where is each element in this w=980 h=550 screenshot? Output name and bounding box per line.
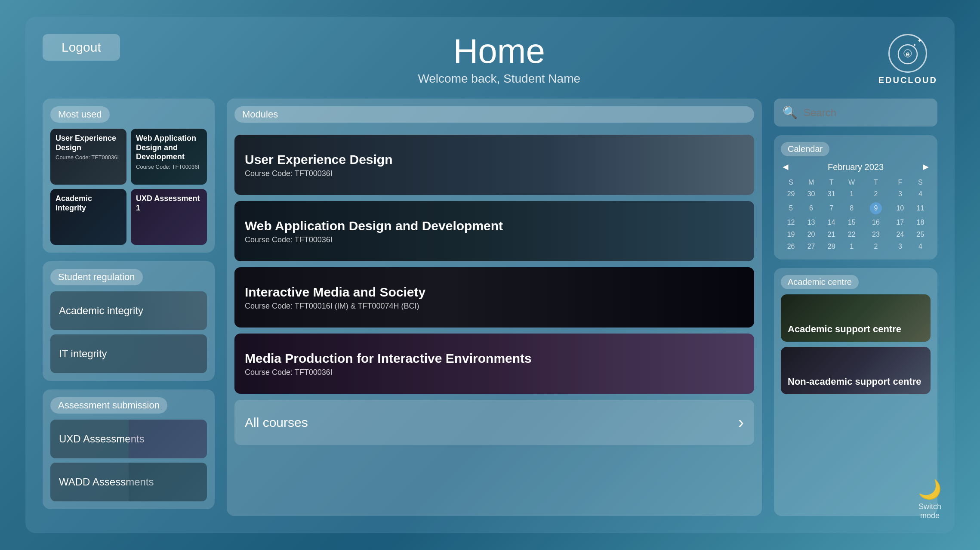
logo-icon: e ✦: [888, 34, 927, 73]
support-card-overlay: Academic support centre: [781, 294, 931, 342]
right-column: 🔍 Calendar ◄ February 2023 ► S M T: [774, 99, 937, 516]
search-input[interactable]: [804, 107, 929, 119]
calendar-day[interactable]: 23: [862, 229, 890, 241]
regulation-item-it[interactable]: IT integrity: [50, 334, 207, 373]
module-code: Course Code: TFT00016I (IM) & TFT00074H …: [245, 302, 744, 311]
calendar-day[interactable]: 6: [801, 200, 821, 216]
module-card-wadd[interactable]: Web Application Design and Development C…: [234, 201, 754, 261]
calendar-day[interactable]: 11: [910, 200, 931, 216]
module-overlay: Web Application Design and Development C…: [234, 201, 754, 261]
calendar-day[interactable]: 30: [801, 188, 821, 200]
calendar-day[interactable]: 3: [890, 188, 910, 200]
calendar-day[interactable]: 4: [910, 241, 931, 253]
regulation-item-academic[interactable]: Academic integrity: [50, 291, 207, 330]
calendar-day[interactable]: 26: [781, 241, 801, 253]
calendar-day[interactable]: 12: [781, 216, 801, 229]
item-bg: [129, 334, 207, 373]
most-used-card-uxd-assess[interactable]: UXD Assessment 1: [131, 189, 207, 245]
calendar-day[interactable]: 3: [890, 241, 910, 253]
calendar-day[interactable]: 1: [841, 188, 862, 200]
calendar-day[interactable]: 2: [862, 188, 890, 200]
most-used-card-wadd[interactable]: Web Application Design and Development C…: [131, 129, 207, 185]
support-cards: Academic support centre Non-academic sup…: [781, 294, 931, 394]
card-overlay: UXD Assessment 1: [131, 189, 207, 245]
calendar-month: February 2023: [828, 162, 884, 172]
calendar-day[interactable]: 2: [862, 241, 890, 253]
calendar-day[interactable]: 13: [801, 216, 821, 229]
calendar-next-button[interactable]: ►: [921, 161, 931, 173]
calendar-day[interactable]: 21: [821, 229, 841, 241]
logo-area: e ✦ EDUCLOUD: [878, 34, 937, 85]
calendar-day[interactable]: 24: [890, 229, 910, 241]
calendar-day[interactable]: 16: [862, 216, 890, 229]
academic-centre-label: Academic centre: [781, 275, 859, 289]
calendar-day[interactable]: 10: [890, 200, 910, 216]
support-card-title: Academic support centre: [788, 324, 901, 335]
calendar-day[interactable]: 25: [910, 229, 931, 241]
assessment-submission-label: Assessment submission: [50, 397, 167, 414]
calendar-day[interactable]: 7: [821, 200, 841, 216]
academic-centre-box: Academic centre Academic support centre …: [774, 268, 937, 516]
support-card-academic[interactable]: Academic support centre: [781, 294, 931, 342]
card-overlay: User Experience Design Course Code: TFT0…: [50, 129, 126, 185]
header: Logout Home Welcome back, Student Name e…: [43, 34, 937, 86]
module-code: Course Code: TFT00036I: [245, 235, 744, 244]
calendar-day[interactable]: 29: [781, 188, 801, 200]
module-code: Course Code: TFT00036I: [245, 169, 744, 178]
calendar-day[interactable]: 28: [821, 241, 841, 253]
card-overlay: Academic integrity: [50, 189, 126, 245]
card-code: Course Code: TFT00036I: [55, 154, 121, 161]
calendar-day[interactable]: 15: [841, 216, 862, 229]
middle-column: Modules User Experience Design Course Co…: [227, 99, 762, 516]
most-used-card-academic[interactable]: Academic integrity: [50, 189, 126, 245]
module-card-mpe[interactable]: Media Production for Interactive Environ…: [234, 334, 754, 394]
support-card-nonacademic[interactable]: Non-academic support centre: [781, 347, 931, 394]
logout-button[interactable]: Logout: [43, 34, 120, 61]
left-sidebar: Most used User Experience Design Course …: [43, 99, 215, 516]
calendar-day[interactable]: 18: [910, 216, 931, 229]
most-used-card-uxd[interactable]: User Experience Design Course Code: TFT0…: [50, 129, 126, 185]
module-card-ims[interactable]: Interactive Media and Society Course Cod…: [234, 267, 754, 328]
switch-mode-label: Switchmode: [918, 502, 941, 520]
module-title: Interactive Media and Society: [245, 284, 744, 300]
item-bg: [129, 420, 207, 458]
calendar-day[interactable]: 19: [781, 229, 801, 241]
module-title: Media Production for Interactive Environ…: [245, 351, 744, 366]
all-courses-label: All courses: [245, 415, 308, 430]
card-code: Course Code: TFT00036I: [136, 164, 202, 170]
calendar-grid: S M T W T F S 29303112345678910111213141…: [781, 177, 931, 253]
calendar-day[interactable]: 17: [890, 216, 910, 229]
calendar-day[interactable]: 20: [801, 229, 821, 241]
main-container: Logout Home Welcome back, Student Name e…: [25, 17, 955, 533]
search-icon: 🔍: [783, 105, 798, 120]
switch-mode-button[interactable]: 🌙 Switchmode: [918, 478, 942, 520]
most-used-grid: User Experience Design Course Code: TFT0…: [50, 129, 207, 245]
calendar-day[interactable]: 8: [841, 200, 862, 216]
module-title: User Experience Design: [245, 152, 744, 167]
logo-text: EDUCLOUD: [878, 75, 937, 85]
cal-day-header: S: [910, 177, 931, 188]
item-bg: [129, 291, 207, 330]
calendar-day[interactable]: 9: [862, 200, 890, 216]
calendar-day[interactable]: 27: [801, 241, 821, 253]
search-bar[interactable]: 🔍: [774, 99, 937, 127]
cal-day-header: T: [862, 177, 890, 188]
assessment-item-uxd[interactable]: UXD Assessments: [50, 420, 207, 458]
calendar-day[interactable]: 31: [821, 188, 841, 200]
assessment-item-wadd[interactable]: WADD Assessments: [50, 463, 207, 501]
calendar-day[interactable]: 22: [841, 229, 862, 241]
calendar-day[interactable]: 1: [841, 241, 862, 253]
module-card-uxd[interactable]: User Experience Design Course Code: TFT0…: [234, 135, 754, 195]
chevron-right-icon: ›: [738, 413, 744, 432]
modules-label: Modules: [234, 106, 754, 123]
calendar-day[interactable]: 4: [910, 188, 931, 200]
calendar-label: Calendar: [781, 142, 829, 156]
calendar-day[interactable]: 14: [821, 216, 841, 229]
assessment-list: UXD Assessments WADD Assessments: [50, 420, 207, 501]
all-courses-card[interactable]: All courses ›: [234, 400, 754, 445]
calendar-prev-button[interactable]: ◄: [781, 161, 790, 173]
cal-day-header: S: [781, 177, 801, 188]
module-title: Web Application Design and Development: [245, 218, 744, 234]
support-card-title: Non-academic support centre: [788, 376, 921, 387]
calendar-day[interactable]: 5: [781, 200, 801, 216]
